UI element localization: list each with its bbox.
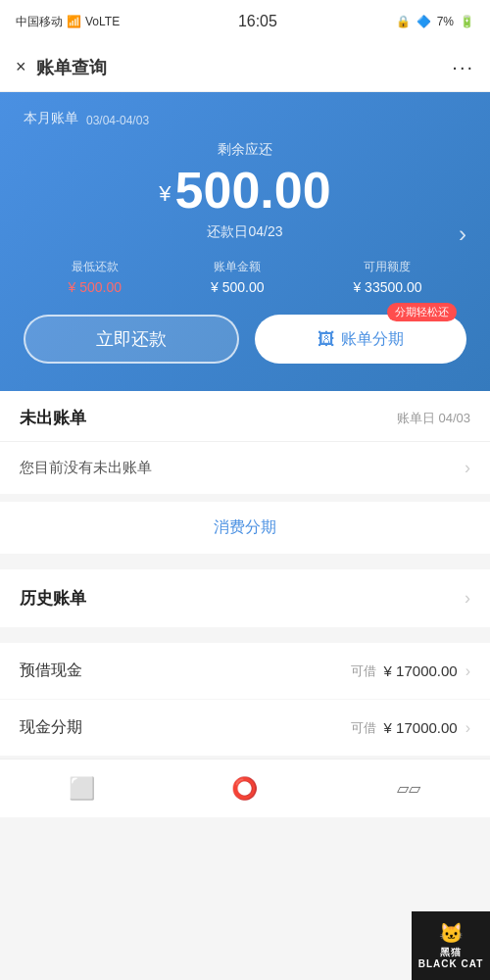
carrier-text: 中国移动 bbox=[16, 14, 63, 30]
status-right: 🔒 🔷 7% 🔋 bbox=[396, 15, 474, 28]
unposted-sub: 账单日 04/03 bbox=[397, 410, 470, 427]
title-bar: × 账单查询 ··· bbox=[0, 43, 490, 92]
cat-icon: 🐱 bbox=[439, 921, 464, 945]
pay-now-button[interactable]: 立即还款 bbox=[24, 315, 239, 364]
cash-advance-row[interactable]: 预借现金 可借 ¥ 17000.00 › bbox=[0, 643, 490, 700]
cash-items-section: 预借现金 可借 ¥ 17000.00 › 现金分期 可借 ¥ 17000.00 … bbox=[0, 643, 490, 757]
stat-bill-amount: 账单金额 ¥ 500.00 bbox=[211, 259, 265, 295]
black-cat-watermark: 🐱 黑猫 BLACK CAT bbox=[412, 911, 490, 980]
more-options-button[interactable]: ··· bbox=[452, 56, 474, 78]
blue-banner: 本月账单 03/04-04/03 剩余应还 ¥ 500.00 还款日04/23 … bbox=[0, 92, 490, 391]
section-label: 本月账单 bbox=[24, 110, 78, 127]
wifi-icon: 📶 bbox=[67, 15, 81, 28]
status-bar: 中国移动 📶 VoLTE 16:05 🔒 🔷 7% 🔋 bbox=[0, 0, 490, 43]
main-amount: 500.00 bbox=[175, 165, 331, 216]
network-type: VoLTE bbox=[85, 15, 120, 28]
stat-available-credit: 可用额度 ¥ 33500.00 bbox=[353, 259, 421, 295]
divider-2 bbox=[0, 635, 490, 643]
cash-advance-available-label: 可借 bbox=[351, 662, 376, 680]
installment-button-wrap: 分期轻松还 🖼 账单分期 bbox=[255, 315, 466, 364]
consumer-installment-section: 消费分期 bbox=[0, 502, 490, 554]
cash-advance-right: 可借 ¥ 17000.00 › bbox=[351, 662, 470, 680]
date-range: 03/04-04/03 bbox=[86, 114, 149, 127]
installment-label: 账单分期 bbox=[341, 329, 404, 350]
amount-display: ¥ 500.00 bbox=[24, 165, 466, 216]
cash-installment-amount: ¥ 17000.00 bbox=[384, 719, 458, 736]
history-chevron-right-icon: › bbox=[465, 588, 470, 609]
cash-installment-label: 现金分期 bbox=[20, 717, 82, 738]
battery-icon: 🔋 bbox=[460, 15, 474, 28]
recent-button[interactable]: ▱▱ bbox=[391, 771, 426, 807]
stat-min-payment: 最低还款 ¥ 500.00 bbox=[68, 259, 122, 295]
history-title: 历史账单 bbox=[20, 587, 86, 610]
page-title: 账单查询 bbox=[36, 56, 107, 79]
black-cat-text: 黑猫 BLACK CAT bbox=[418, 947, 484, 970]
action-row: 立即还款 分期轻松还 🖼 账单分期 bbox=[24, 315, 466, 364]
cash-installment-chevron-icon: › bbox=[466, 719, 470, 737]
cash-advance-amount: ¥ 17000.00 bbox=[384, 662, 458, 679]
cash-installment-row[interactable]: 现金分期 可借 ¥ 17000.00 › bbox=[0, 700, 490, 757]
cash-advance-chevron-icon: › bbox=[466, 662, 470, 680]
installment-icon: 🖼 bbox=[318, 329, 335, 350]
history-row[interactable]: 历史账单 › bbox=[0, 569, 490, 627]
banner-chevron-right-icon[interactable]: › bbox=[459, 220, 466, 247]
black-cat-line1: 黑猫 bbox=[418, 947, 484, 958]
back-button[interactable]: ⬜ bbox=[64, 771, 99, 807]
stat-available-label: 可用额度 bbox=[353, 259, 421, 275]
back-icon: ⬜ bbox=[69, 776, 95, 802]
unposted-title: 未出账单 bbox=[20, 407, 86, 429]
status-left: 中国移动 📶 VoLTE bbox=[16, 14, 120, 30]
title-bar-left: × 账单查询 bbox=[16, 56, 107, 79]
recent-icon: ▱▱ bbox=[397, 779, 420, 798]
installment-badge: 分期轻松还 bbox=[387, 303, 457, 321]
due-date: 还款日04/23 bbox=[24, 223, 466, 241]
amount-symbol: ¥ bbox=[159, 175, 171, 205]
unposted-header: 未出账单 账单日 04/03 bbox=[0, 391, 490, 442]
installment-button[interactable]: 🖼 账单分期 bbox=[255, 315, 466, 364]
remaining-label: 剩余应还 bbox=[24, 141, 466, 159]
lock-icon: 🔒 bbox=[396, 15, 411, 28]
divider-1 bbox=[0, 562, 490, 569]
consumer-installment-link[interactable]: 消费分期 bbox=[214, 518, 276, 535]
cash-installment-available-label: 可借 bbox=[351, 719, 376, 737]
bluetooth-icon: 🔷 bbox=[416, 15, 431, 28]
cash-advance-label: 预借现金 bbox=[20, 661, 82, 681]
unposted-section: 未出账单 账单日 04/03 您目前没有未出账单 › bbox=[0, 391, 490, 494]
stat-min-value: ¥ 500.00 bbox=[68, 279, 122, 295]
stat-min-label: 最低还款 bbox=[68, 259, 122, 275]
stats-row: 最低还款 ¥ 500.00 账单金额 ¥ 500.00 可用额度 ¥ 33500… bbox=[24, 259, 466, 295]
black-cat-line2: BLACK CAT bbox=[418, 958, 484, 970]
stat-bill-value: ¥ 500.00 bbox=[211, 279, 265, 295]
cash-installment-right: 可借 ¥ 17000.00 › bbox=[351, 719, 470, 737]
status-time: 16:05 bbox=[238, 13, 277, 30]
unposted-chevron-right-icon: › bbox=[465, 458, 470, 478]
unposted-empty-text: 您目前没有未出账单 bbox=[20, 459, 152, 477]
home-icon: ⭕ bbox=[231, 776, 258, 802]
unposted-empty-row[interactable]: 您目前没有未出账单 › bbox=[0, 442, 490, 494]
battery-text: 7% bbox=[437, 15, 454, 28]
home-button[interactable]: ⭕ bbox=[227, 771, 263, 807]
stat-available-value: ¥ 33500.00 bbox=[353, 279, 421, 295]
banner-header: 本月账单 03/04-04/03 bbox=[24, 110, 466, 131]
history-section: 历史账单 › bbox=[0, 569, 490, 627]
bottom-nav: ⬜ ⭕ ▱▱ bbox=[0, 759, 490, 817]
stat-bill-label: 账单金额 bbox=[211, 259, 265, 275]
close-button[interactable]: × bbox=[16, 57, 26, 77]
